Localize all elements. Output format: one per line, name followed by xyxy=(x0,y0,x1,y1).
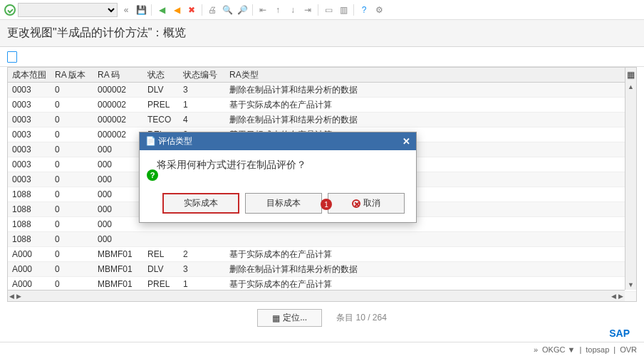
table-cell: 1 xyxy=(179,277,225,291)
entry-count: 条目 10 / 264 xyxy=(336,312,387,324)
table-cell: 0 xyxy=(51,83,93,97)
help-icon[interactable]: ? xyxy=(358,4,370,16)
table-cell: 000002 xyxy=(93,112,143,127)
table-row[interactable]: 00030000002DLV3删除在制品计算和结果分析的数据 xyxy=(8,83,636,98)
sap-logo: SAP xyxy=(609,328,630,339)
table-cell: 000 xyxy=(93,217,143,231)
column-header[interactable]: RA类型 xyxy=(225,68,636,82)
table-cell: 基于实际成本的在产品计算 xyxy=(225,98,636,112)
target-cost-button[interactable]: 目标成本 xyxy=(245,193,322,214)
scroll-down-icon[interactable]: ▼ xyxy=(626,280,635,290)
layout-icon[interactable]: ▥ xyxy=(337,4,350,16)
callout-marker: 1 xyxy=(321,199,332,210)
table-cell: 删除在制品计算和结果分析的数据 xyxy=(225,83,636,97)
table-cell: DLV xyxy=(143,83,179,97)
table-row[interactable]: A0000MBMF01REL2基于实际成本的在产品计算 xyxy=(8,247,636,262)
table-cell: 1088 xyxy=(8,202,51,216)
table-cell: A000 xyxy=(8,247,51,261)
sub-toolbar xyxy=(0,47,644,67)
table-cell: 删除在制品计算和结果分析的数据 xyxy=(225,262,636,276)
table-cell: 0 xyxy=(51,127,93,142)
dialog-help-icon[interactable]: ? xyxy=(147,169,158,181)
find-next-icon[interactable]: 🔎 xyxy=(236,4,249,16)
table-cell: 2 xyxy=(179,247,225,261)
find-icon[interactable]: 🔍 xyxy=(221,4,234,16)
locate-button[interactable]: ▦ 定位... xyxy=(257,309,322,327)
table-cell: 000 xyxy=(93,157,143,172)
cancel-icon[interactable]: ✖ xyxy=(185,4,198,16)
table-cell: 000 xyxy=(93,232,143,246)
cancel-button[interactable]: 取消 xyxy=(328,193,405,214)
exit-icon[interactable]: ◀ xyxy=(170,4,183,16)
next-page-icon[interactable]: ↓ xyxy=(286,4,299,16)
close-icon[interactable]: ✕ xyxy=(402,136,410,147)
column-header[interactable]: 成本范围 xyxy=(8,68,51,82)
save-icon[interactable]: 💾 xyxy=(135,4,147,16)
table-row[interactable]: 10880000 xyxy=(8,232,636,247)
table-cell: PREL xyxy=(143,277,179,291)
column-header[interactable]: RA 码 xyxy=(93,68,143,82)
table-cell: 1088 xyxy=(8,232,51,246)
table-row[interactable]: A0000MBMF01DLV3删除在制品计算和结果分析的数据 xyxy=(8,262,636,277)
last-page-icon[interactable]: ⇥ xyxy=(301,4,314,16)
column-header[interactable]: 状态编号 xyxy=(179,68,225,82)
table-cell: 000 xyxy=(93,172,143,187)
back-icon[interactable]: ◀ xyxy=(155,4,168,16)
table-cell: TECO xyxy=(143,112,179,127)
grid-config-icon[interactable]: ▦ xyxy=(625,68,636,82)
status-system[interactable]: OKGC ▼ xyxy=(542,345,575,354)
page-title: 更改视图"半成品的计价方法"：概览 xyxy=(0,20,644,47)
table-cell: 000 xyxy=(93,202,143,216)
evaluation-dialog: 📄 评估类型 ✕ 将采用何种方式进行在制品评价？ ? 1 实际成本 目标成本 取… xyxy=(139,132,417,223)
scroll-right-icon[interactable]: ◀ ▶ xyxy=(610,291,625,301)
table-cell: 4 xyxy=(179,112,225,127)
column-header[interactable]: RA 版本 xyxy=(51,68,93,82)
table-cell: 0003 xyxy=(8,142,51,157)
table-cell: 000002 xyxy=(93,83,143,97)
actual-cost-button[interactable]: 实际成本 xyxy=(162,193,239,214)
table-cell: 000002 xyxy=(93,127,143,142)
status-bar: » OKGC ▼ | topsap | OVR xyxy=(0,342,644,356)
cancel-x-icon xyxy=(352,199,360,208)
table-cell: 0003 xyxy=(8,83,51,97)
settings-icon[interactable]: ⚙ xyxy=(373,4,385,16)
table-cell: 0003 xyxy=(8,112,51,127)
dialog-title: 评估类型 xyxy=(158,136,192,146)
new-session-icon[interactable]: ▭ xyxy=(322,4,335,16)
status-mode: OVR xyxy=(620,345,637,354)
command-dropdown[interactable] xyxy=(18,3,118,17)
status-separator: » xyxy=(534,345,538,354)
table-cell: 0003 xyxy=(8,98,51,112)
table-cell: MBMF01 xyxy=(93,262,143,276)
table-row[interactable]: 00030000002TECO4删除在制品计算和结果分析的数据 xyxy=(8,112,636,127)
table-cell: 0 xyxy=(51,157,93,172)
vertical-scrollbar[interactable]: ▲ ▼ xyxy=(625,82,636,290)
table-cell: A000 xyxy=(8,262,51,276)
table-cell: 3 xyxy=(179,83,225,97)
table-cell: 1088 xyxy=(8,187,51,201)
table-cell: 0 xyxy=(51,112,93,127)
table-cell: 000002 xyxy=(93,98,143,112)
dialog-question: 将采用何种方式进行在制品评价？ xyxy=(148,159,405,172)
first-page-icon[interactable]: ⇤ xyxy=(256,4,269,16)
table-cell: PREL xyxy=(143,98,179,112)
new-entries-icon[interactable] xyxy=(7,51,17,63)
table-row[interactable]: 00030000002PREL1基于实际成本的在产品计算 xyxy=(8,98,636,112)
table-cell: 0 xyxy=(51,202,93,216)
table-cell: MBMF01 xyxy=(93,277,143,291)
column-header[interactable]: 状态 xyxy=(143,68,179,82)
table-cell: 删除在制品计算和结果分析的数据 xyxy=(225,112,636,127)
table-cell: 0 xyxy=(51,142,93,157)
print-icon[interactable]: 🖨 xyxy=(206,4,219,16)
scroll-up-icon[interactable]: ▲ xyxy=(626,82,635,92)
table-cell: 3 xyxy=(179,262,225,276)
scroll-left-icon[interactable]: ◀ ▶ xyxy=(8,291,23,301)
horizontal-scrollbar[interactable]: ◀ ▶ ◀ ▶ xyxy=(8,290,625,301)
table-cell: 0 xyxy=(51,187,93,201)
prev-icon[interactable]: « xyxy=(120,4,133,16)
table-cell: 基于实际成本的在产品计算 xyxy=(225,277,636,291)
ok-icon[interactable] xyxy=(4,4,16,16)
table-cell: 0 xyxy=(51,277,93,291)
table-cell: MBMF01 xyxy=(93,247,143,261)
prev-page-icon[interactable]: ↑ xyxy=(271,4,284,16)
